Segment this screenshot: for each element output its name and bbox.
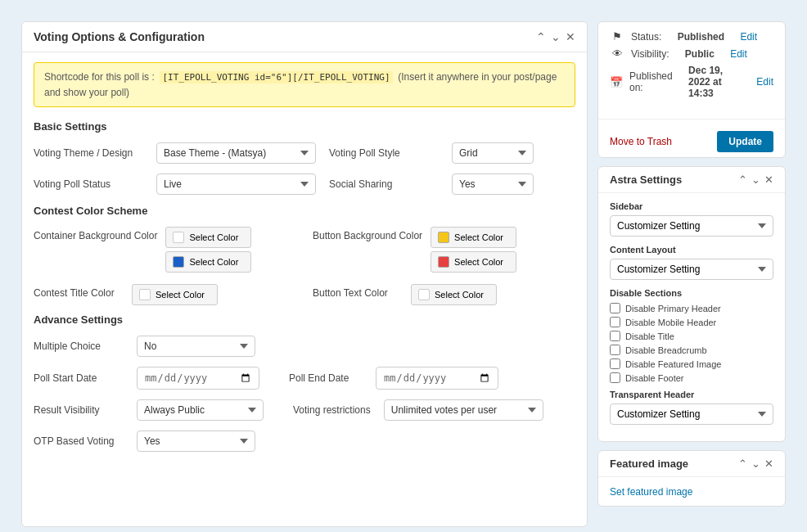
- poll-start-date[interactable]: [137, 367, 259, 390]
- visibility-value: Public: [685, 48, 715, 60]
- multiple-choice-row: Multiple Choice No: [34, 336, 575, 357]
- collapse-up-icon[interactable]: ⌃: [536, 30, 546, 43]
- button-text-btn[interactable]: Select Color: [411, 284, 497, 305]
- button-bg-btn2[interactable]: Select Color: [431, 251, 516, 273]
- checkbox-mobile-header: Disable Mobile Header: [610, 317, 773, 327]
- select-color-label3: Select Color: [454, 232, 503, 242]
- select-color-label4: Select Color: [454, 257, 503, 267]
- shortcode-prefix: Shortcode for this poll is :: [44, 71, 155, 83]
- advance-settings-title: Advance Settings: [34, 313, 575, 326]
- calendar-icon: 📅: [610, 76, 623, 88]
- content-layout-select[interactable]: Customizer Setting: [610, 259, 773, 280]
- result-visibility-select[interactable]: Always Public: [137, 399, 264, 421]
- status-card: ⚑ Status: Published Edit 👁 Visibility: P…: [597, 21, 786, 158]
- button-text-swatch: [418, 289, 430, 300]
- otp-select[interactable]: Yes: [137, 431, 255, 452]
- close-icon[interactable]: ✕: [566, 30, 575, 43]
- container-bg-btn1[interactable]: Select Color: [165, 227, 251, 248]
- visibility-edit-link[interactable]: Edit: [730, 48, 747, 60]
- select-color-label6: Select Color: [435, 290, 484, 300]
- checkbox-breadcrumb-label: Disable Breadcrumb: [625, 345, 707, 355]
- collapse-down-icon[interactable]: ⌄: [551, 30, 561, 43]
- transparent-header-title: Transparent Header: [610, 390, 773, 399]
- select-color-label5: Select Color: [156, 290, 205, 300]
- astra-close-icon[interactable]: ✕: [764, 174, 773, 186]
- status-edit-link[interactable]: Edit: [740, 31, 757, 43]
- visibility-label: Visibility:: [631, 48, 669, 60]
- astra-body: Sidebar Customizer Setting Content Layou…: [598, 193, 785, 441]
- screen: Voting Options & Configuration ⌃ ⌄ ✕ Sho…: [8, 8, 799, 532]
- multiple-choice-label: Multiple Choice: [34, 340, 124, 352]
- theme-row: Voting Theme / Design Base Theme - (Mats…: [34, 142, 575, 164]
- eye-icon: 👁: [610, 47, 624, 60]
- contest-title-btn[interactable]: Select Color: [132, 284, 218, 305]
- featured-collapse-up-icon[interactable]: ⌃: [738, 458, 747, 470]
- otp-row: OTP Based Voting Yes: [34, 431, 575, 452]
- container-swatch1: [173, 232, 184, 243]
- social-select[interactable]: Yes: [452, 174, 534, 195]
- poll-end-label: Poll End Date: [289, 372, 363, 384]
- button-text-buttons: Select Color: [411, 284, 497, 305]
- color-scheme-title: Contest Color Scheme: [34, 205, 575, 217]
- disable-sections-title: Disable Sections: [610, 288, 773, 298]
- status-label: Voting Poll Status: [34, 178, 140, 190]
- status-card-body: ⚑ Status: Published Edit 👁 Visibility: P…: [598, 22, 785, 112]
- multiple-choice-select[interactable]: No: [137, 336, 255, 357]
- astra-controls: ⌃ ⌄ ✕: [738, 174, 773, 186]
- select-color-label2: Select Color: [189, 257, 238, 267]
- published-edit-link[interactable]: Edit: [756, 76, 773, 88]
- contest-title-buttons: Select Color: [132, 284, 218, 305]
- button-bg-btn1[interactable]: Select Color: [431, 227, 516, 248]
- button-text-label: Button Text Color: [313, 284, 403, 299]
- status-row: Voting Poll Status Live Social Sharing Y…: [34, 174, 575, 195]
- style-select[interactable]: Grid: [452, 142, 534, 164]
- published-label: Published on:: [629, 70, 673, 93]
- astra-title: Astra Settings: [610, 174, 682, 186]
- button-bg-buttons: Select Color Select Color: [431, 227, 516, 273]
- checkbox-title-input[interactable]: [610, 331, 620, 341]
- featured-body: Set featured image: [598, 477, 785, 506]
- featured-header: Featured image ⌃ ⌄ ✕: [598, 451, 785, 477]
- voting-restrictions-label: Voting restrictions: [293, 404, 371, 416]
- checkbox-primary-header-label: Disable Primary Header: [625, 304, 721, 313]
- checkbox-primary-header-input[interactable]: [610, 303, 620, 313]
- checkbox-mobile-header-label: Disable Mobile Header: [625, 318, 716, 327]
- shortcode-banner: Shortcode for this poll is : [IT_EPOLL_V…: [34, 62, 575, 107]
- status-select[interactable]: Live: [156, 174, 316, 195]
- checkbox-footer-input[interactable]: [610, 372, 620, 383]
- checkbox-featured-image-input[interactable]: [610, 358, 620, 369]
- astra-collapse-up-icon[interactable]: ⌃: [738, 174, 747, 186]
- otp-label: OTP Based Voting: [34, 435, 124, 447]
- checkbox-title-label: Disable Title: [625, 331, 674, 341]
- astra-settings-card: Astra Settings ⌃ ⌄ ✕ Sidebar Customizer …: [597, 166, 786, 442]
- featured-controls: ⌃ ⌄ ✕: [738, 458, 773, 470]
- checkbox-breadcrumb-input[interactable]: [610, 345, 620, 355]
- checkbox-primary-header: Disable Primary Header: [610, 303, 773, 313]
- transparent-header-select[interactable]: Customizer Setting: [610, 404, 773, 425]
- checkbox-mobile-header-input[interactable]: [610, 317, 620, 327]
- button-text-row: Button Text Color Select Color: [313, 284, 575, 305]
- status-published-row: ⚑ Status: Published Edit: [610, 30, 773, 43]
- sidebar-select[interactable]: Customizer Setting: [610, 215, 773, 237]
- status-label: Status:: [631, 31, 661, 43]
- astra-collapse-down-icon[interactable]: ⌄: [751, 174, 760, 186]
- move-to-trash-link[interactable]: Move to Trash: [610, 136, 672, 147]
- voting-restrictions-select[interactable]: Unlimited votes per user: [384, 399, 543, 421]
- checkbox-title: Disable Title: [610, 331, 773, 341]
- set-featured-image-link[interactable]: Set featured image: [610, 486, 692, 498]
- style-group: Voting Poll Style Grid: [329, 142, 575, 164]
- checkbox-footer: Disable Footer: [610, 372, 773, 383]
- checkbox-breadcrumb: Disable Breadcrumb: [610, 345, 773, 355]
- shortcode-code: [IT_EPOLL_VOTING id="6"][/IT_EPOLL_VOTIN…: [160, 71, 392, 83]
- container-bg-btn2[interactable]: Select Color: [165, 251, 251, 273]
- update-button[interactable]: Update: [717, 131, 773, 152]
- theme-select[interactable]: Base Theme - (Matsya): [156, 142, 316, 164]
- date-row: Poll Start Date Poll End Date: [34, 367, 575, 390]
- result-visibility-label: Result Visibility: [34, 404, 124, 416]
- featured-close-icon[interactable]: ✕: [764, 458, 773, 470]
- contest-title-row: Contest Title Color Select Color: [34, 284, 296, 305]
- featured-collapse-down-icon[interactable]: ⌄: [751, 458, 760, 470]
- flag-icon: ⚑: [610, 30, 624, 43]
- poll-end-date[interactable]: [376, 367, 498, 390]
- button-swatch1: [438, 232, 449, 243]
